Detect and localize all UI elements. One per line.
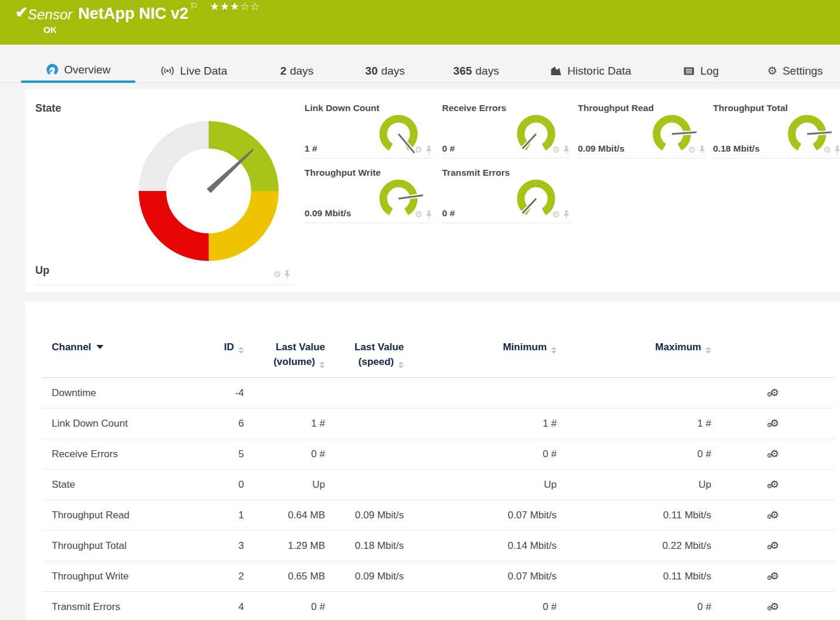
gauge-value: 1 #	[304, 143, 317, 154]
area-chart-icon	[550, 66, 562, 76]
gauge-needle	[807, 132, 832, 134]
last-value-volume: 1 #	[244, 408, 325, 439]
table-row-throughput-read: Throughput Read 1 0.64 MB 0.09 Mbit/s 0.…	[42, 500, 835, 531]
channel-id: 1	[198, 500, 244, 531]
minimum-value: 0.07 Mbit/s	[404, 500, 557, 531]
table-row-throughput-total: Throughput Total 3 1.29 MB 0.18 Mbit/s 0…	[42, 531, 835, 561]
channel-name: State	[42, 470, 198, 500]
table-row-receive-errors: Receive Errors 5 0 # 0 # 0 # ⚙⚙	[42, 439, 835, 470]
pin-icon[interactable]	[284, 270, 290, 279]
pin-icon[interactable]	[426, 146, 432, 155]
minimum-value: 0 #	[404, 592, 557, 620]
pin-icon[interactable]	[699, 146, 705, 155]
table-row-throughput-write: Throughput Write 2 0.65 MB 0.09 Mbit/s 0…	[42, 561, 835, 592]
column-header-last-value-speed[interactable]: Last Value (speed)	[325, 336, 404, 378]
gear-icon[interactable]: ⚙	[415, 209, 423, 220]
channel-settings-icon[interactable]: ⚙⚙	[770, 601, 779, 613]
minimum-value: Up	[404, 470, 557, 500]
channel-name: Throughput Write	[42, 561, 198, 592]
sort-icon	[398, 361, 404, 368]
pin-icon[interactable]	[563, 210, 570, 219]
gauge-cell-link-down-count: Link Down Count 1 # ⚙	[304, 101, 433, 159]
gear-icon[interactable]: ⚙	[824, 145, 831, 155]
channel-name: Throughput Total	[42, 531, 198, 561]
state-gauge-value: Up	[35, 264, 49, 277]
tab-bar: Overview Live Data 2 days 30 days 365 da…	[0, 59, 840, 83]
sort-icon	[551, 347, 557, 354]
channel-settings-icon[interactable]: ⚙⚙	[770, 448, 779, 460]
sort-icon	[238, 347, 244, 354]
channel-id: 6	[198, 408, 244, 439]
column-header-channel[interactable]: Channel	[42, 336, 198, 378]
tab-365-days[interactable]: 365 days	[432, 59, 520, 83]
gear-icon[interactable]: ⚙	[553, 145, 560, 155]
gauge-cell-transmit-errors: Transmit Errors 0 # ⚙	[441, 166, 571, 223]
last-value-volume: 1.29 MB	[244, 531, 325, 561]
gauge-cell-throughput-write: Throughput Write 0.09 Mbit/s ⚙	[304, 166, 433, 223]
table-row-downtime: Downtime -4 ⚙⚙	[42, 378, 835, 408]
channel-name: Throughput Read	[42, 500, 198, 531]
column-label: ID	[224, 341, 234, 353]
log-list-icon	[683, 66, 695, 76]
channel-settings-icon[interactable]: ⚙⚙	[770, 539, 779, 552]
gauge-title: Throughput Total	[713, 103, 788, 113]
gauge-value: 0.09 Mbit/s	[578, 143, 624, 154]
tab-overview[interactable]: Overview	[21, 59, 135, 83]
table-row-link-down-count: Link Down Count 6 1 # 1 # 1 # ⚙⚙	[42, 408, 835, 439]
flag-icon[interactable]: ⚐	[190, 1, 198, 12]
object-kind-label: Sensor	[28, 6, 72, 23]
tab-number: 2	[280, 65, 287, 78]
table-row-transmit-errors: Transmit Errors 4 0 # 0 # 0 # ⚙⚙	[42, 592, 835, 620]
gear-icon[interactable]: ⚙	[688, 145, 696, 155]
tab-2-days[interactable]: 2 days	[253, 59, 341, 83]
tab-live-data[interactable]: Live Data	[147, 59, 241, 83]
gauge-title: Link Down Count	[304, 103, 379, 113]
priority-stars[interactable]: ★★★☆☆	[210, 0, 260, 13]
gauge-title: Throughput Write	[304, 167, 381, 178]
gauge-cell-throughput-total: Throughput Total 0.18 Mbit/s ⚙	[712, 101, 840, 159]
tab-label: Overview	[64, 63, 111, 76]
channel-name: Downtime	[42, 378, 198, 408]
channel-name: Link Down Count	[42, 408, 198, 439]
tab-settings[interactable]: ⚙ Settings	[752, 59, 838, 83]
status-badge: OK	[43, 25, 57, 35]
gauge-title: Transmit Errors	[442, 167, 510, 178]
tab-label: Settings	[782, 65, 823, 78]
state-gauge-title: State	[35, 102, 61, 115]
last-value-speed: 0.09 Mbit/s	[325, 561, 404, 592]
channel-settings-icon[interactable]: ⚙⚙	[770, 509, 779, 521]
tab-log[interactable]: Log	[667, 59, 735, 83]
column-label: (volume)	[273, 356, 315, 367]
tab-historic-data[interactable]: Historic Data	[529, 59, 652, 83]
channel-settings-icon[interactable]: ⚙⚙	[770, 387, 779, 399]
channel-settings-icon[interactable]: ⚙⚙	[770, 417, 779, 430]
gauge-cell-receive-errors: Receive Errors 0 # ⚙	[441, 101, 571, 159]
live-signal-icon	[160, 66, 175, 76]
maximum-value: 0 #	[557, 592, 711, 620]
maximum-value: 0.22 Mbit/s	[557, 531, 711, 561]
maximum-value: 0.11 Mbit/s	[557, 500, 711, 531]
pin-icon[interactable]	[426, 210, 432, 219]
gauge-value: 0.18 Mbit/s	[713, 143, 759, 154]
channel-id: -4	[198, 378, 244, 408]
tab-label: days	[476, 65, 499, 78]
channels-table-panel: Channel ID Last Value (volume) Last Valu…	[25, 301, 840, 620]
column-header-maximum[interactable]: Maximum	[557, 336, 711, 378]
column-header-actions	[711, 336, 835, 378]
sort-icon	[705, 347, 711, 354]
column-header-minimum[interactable]: Minimum	[404, 336, 557, 378]
channel-settings-icon[interactable]: ⚙⚙	[770, 478, 779, 491]
column-label: Minimum	[503, 341, 547, 353]
gear-icon[interactable]: ⚙	[415, 145, 423, 155]
last-value-speed: 0.09 Mbit/s	[325, 500, 404, 531]
column-label: (speed)	[359, 356, 394, 367]
gauge-title: Throughput Read	[578, 103, 654, 113]
channel-settings-icon[interactable]: ⚙⚙	[770, 570, 779, 582]
gear-icon[interactable]: ⚙	[553, 209, 560, 220]
pin-icon[interactable]	[563, 146, 570, 155]
column-header-last-value-volume[interactable]: Last Value (volume)	[244, 336, 325, 378]
tab-30-days[interactable]: 30 days	[341, 59, 429, 83]
gear-icon[interactable]: ⚙	[273, 269, 281, 280]
pin-icon[interactable]	[834, 146, 840, 155]
column-header-id[interactable]: ID	[198, 336, 244, 378]
